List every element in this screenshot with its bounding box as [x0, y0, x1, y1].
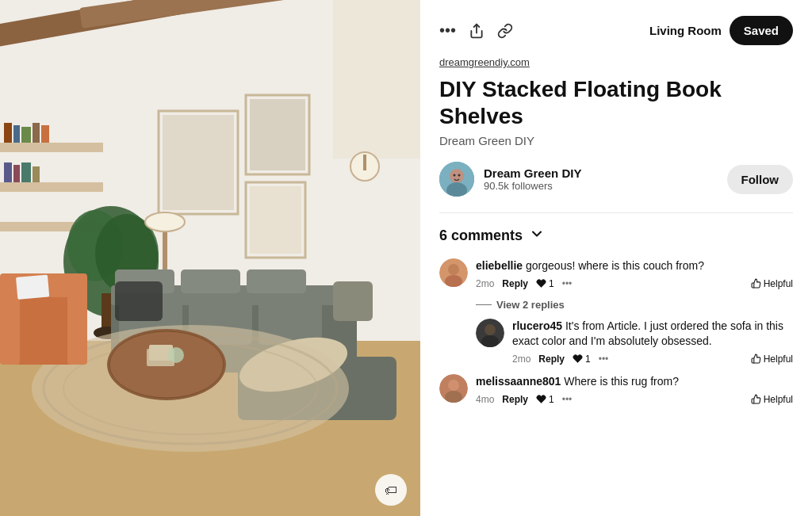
comment-item-melissa: melissaanne801 Where is this rug from? 4… [439, 374, 793, 405]
svg-rect-25 [250, 99, 305, 170]
nested-comment-rlucero: rlucero45 It's from Article. I just orde… [476, 319, 793, 365]
comment-body-eliebellie: eliebellie gorgeous! where is this couch… [476, 258, 793, 289]
reply-line-decoration [476, 304, 492, 305]
svg-rect-16 [33, 166, 40, 182]
svg-rect-8 [4, 123, 12, 143]
top-actions-left: ••• [439, 21, 513, 40]
comments-toggle-icon[interactable] [529, 226, 545, 246]
comment-avatar-rlucero [476, 319, 504, 347]
creator-name: Dream Green DIY [484, 166, 581, 180]
svg-rect-42 [115, 281, 163, 321]
svg-rect-10 [21, 127, 31, 143]
svg-rect-6 [0, 182, 103, 192]
svg-rect-23 [163, 115, 234, 210]
reply-button-melissa[interactable]: Reply [502, 394, 528, 405]
comment-item-rlucero: rlucero45 It's from Article. I just orde… [476, 319, 793, 365]
comment-item: eliebellie gorgeous! where is this couch… [439, 258, 793, 289]
svg-point-64 [458, 174, 461, 177]
svg-rect-55 [67, 285, 87, 365]
comment-text-rlucero: rlucero45 It's from Article. I just orde… [512, 319, 793, 350]
comment-like-eliebellie[interactable]: 1 [536, 278, 554, 289]
creator-row: Dream Green DIY 90.5k followers Follow [439, 162, 793, 197]
view-replies-toggle[interactable]: View 2 replies [476, 299, 793, 311]
svg-rect-4 [333, 0, 420, 159]
reply-button-eliebellie[interactable]: Reply [502, 278, 528, 289]
comment-time-rlucero: 2mo [512, 354, 530, 365]
top-actions-bar: ••• Living Room Saved [439, 16, 793, 45]
svg-rect-15 [21, 162, 31, 182]
svg-point-63 [454, 174, 456, 177]
helpful-button-rlucero[interactable]: Helpful [751, 354, 793, 365]
svg-rect-29 [363, 155, 366, 170]
comment-username[interactable]: eliebellie [476, 259, 523, 272]
view-replies-text: View 2 replies [496, 299, 565, 311]
pin-title: DIY Stacked Floating Book Shelves [439, 76, 793, 129]
svg-point-69 [485, 324, 496, 335]
link-icon[interactable] [497, 23, 513, 39]
svg-point-66 [448, 264, 459, 275]
avatar-image [439, 162, 474, 197]
comment-more-eliebellie[interactable]: ••• [562, 278, 573, 289]
comment-username-melissa[interactable]: melissaanne801 [476, 375, 561, 388]
comment-like-melissa[interactable]: 1 [536, 394, 554, 405]
comment-avatar-melissa [439, 374, 468, 403]
follow-button[interactable]: Follow [727, 165, 794, 194]
comment-avatar-eliebellie [439, 258, 468, 287]
svg-rect-12 [41, 125, 49, 143]
creator-avatar [439, 162, 474, 197]
svg-rect-27 [250, 186, 301, 254]
pin-image-panel: 🏷 [0, 0, 420, 516]
comment-time-melissa: 4mo [476, 394, 494, 405]
svg-point-31 [145, 212, 185, 231]
helpful-button-melissa[interactable]: Helpful [751, 394, 793, 405]
comments-header: 6 comments [439, 226, 793, 246]
svg-rect-56 [16, 275, 49, 300]
comment-text-eliebellie: eliebellie gorgeous! where is this couch… [476, 258, 793, 274]
svg-text:🏷: 🏷 [385, 484, 397, 497]
comment-text-melissa: melissaanne801 Where is this rug from? [476, 374, 793, 390]
pin-detail-panel: ••• Living Room Saved dreamgreendiy.com [420, 0, 812, 516]
svg-rect-11 [33, 123, 40, 143]
comment-actions-eliebellie: 2mo Reply 1 ••• Helpful [476, 278, 793, 289]
reply-button-rlucero[interactable]: Reply [538, 354, 565, 365]
share-icon[interactable] [469, 23, 485, 39]
helpful-button-eliebellie[interactable]: Helpful [751, 278, 793, 289]
creator-info[interactable]: Dream Green DIY 90.5k followers [439, 162, 581, 197]
comment-more-rlucero[interactable]: ••• [599, 354, 609, 365]
svg-rect-43 [333, 281, 373, 321]
comment-time: 2mo [476, 278, 494, 289]
comment-body-rlucero: rlucero45 It's from Article. I just orde… [512, 319, 793, 365]
comment-content: gorgeous! where is this couch from? [526, 259, 704, 272]
comment-like-rlucero[interactable]: 1 [573, 354, 591, 365]
svg-rect-5 [0, 143, 103, 152]
comment-actions-melissa: 4mo Reply 1 ••• Helpful [476, 394, 793, 405]
svg-point-61 [450, 169, 464, 183]
comment-username-rlucero[interactable]: rlucero45 [512, 319, 562, 332]
svg-point-72 [448, 380, 459, 391]
comment-body-melissa: melissaanne801 Where is this rug from? 4… [476, 374, 793, 405]
creator-followers: 90.5k followers [484, 180, 581, 192]
creator-text: Dream Green DIY 90.5k followers [484, 166, 581, 192]
more-options-icon[interactable]: ••• [439, 21, 456, 40]
svg-rect-54 [0, 285, 20, 365]
svg-rect-13 [4, 162, 12, 182]
comment-actions-rlucero: 2mo Reply 1 ••• Helpful [512, 354, 793, 365]
saved-button[interactable]: Saved [730, 16, 793, 45]
comment-content-melissa: Where is this rug from? [564, 375, 679, 388]
svg-rect-38 [181, 269, 240, 293]
board-label: Living Room [649, 24, 722, 37]
svg-rect-39 [247, 269, 306, 293]
top-actions-right: Living Room Saved [649, 16, 793, 45]
comment-more-melissa[interactable]: ••• [562, 394, 573, 405]
section-divider [439, 212, 793, 213]
svg-point-51 [168, 347, 184, 363]
svg-rect-9 [13, 125, 20, 143]
comments-count: 6 comments [439, 227, 523, 244]
source-link[interactable]: dreamgreendiy.com [439, 56, 793, 68]
svg-rect-14 [13, 165, 20, 182]
pin-subtitle: Dream Green DIY [439, 134, 793, 147]
